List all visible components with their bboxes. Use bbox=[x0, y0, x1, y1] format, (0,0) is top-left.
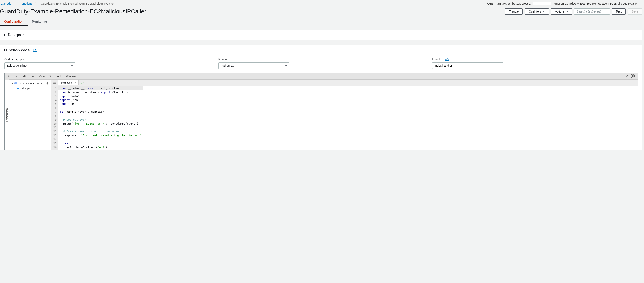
menu-edit[interactable]: Edit bbox=[22, 75, 26, 78]
close-tab-icon[interactable]: × bbox=[75, 81, 77, 84]
function-code-title: Function code bbox=[4, 48, 30, 53]
chevron-right-icon: 〉 bbox=[35, 2, 38, 5]
breadcrumb-lambda[interactable]: Lambda bbox=[1, 2, 12, 5]
code-entry-type-label: Code entry type bbox=[4, 58, 210, 61]
menu-view[interactable]: View bbox=[39, 75, 45, 78]
breadcrumb-functions[interactable]: Functions bbox=[20, 2, 32, 5]
code-entry-type-select[interactable]: Edit code inline bbox=[4, 63, 76, 69]
menu-go[interactable]: Go bbox=[49, 75, 52, 78]
chevron-right-icon: 〉 bbox=[14, 2, 17, 5]
gear-icon[interactable] bbox=[631, 74, 635, 78]
handler-input[interactable] bbox=[432, 63, 503, 69]
copy-icon[interactable] bbox=[639, 2, 642, 5]
code-editor[interactable]: 12345678910111213141516 from __future__ … bbox=[51, 86, 638, 150]
test-event-select[interactable]: Select a test event bbox=[574, 8, 610, 15]
caret-down-icon bbox=[12, 83, 13, 84]
arn-display: ARN - arn:aws:lambda:us-west-2: :functio… bbox=[487, 2, 642, 5]
environment-panel-tab[interactable]: Environment bbox=[4, 80, 10, 150]
save-button: Save bbox=[628, 8, 642, 15]
breadcrumb: Lambda 〉 Functions 〉 GuardDuty-Example-R… bbox=[0, 2, 114, 5]
expand-designer-icon[interactable] bbox=[4, 34, 6, 36]
tab-configuration[interactable]: Configuration bbox=[0, 18, 28, 26]
actions-button[interactable]: Actions bbox=[551, 8, 572, 15]
caret-down-icon bbox=[543, 11, 545, 12]
readonly-icon: ▭ bbox=[51, 81, 58, 84]
handler-info-link[interactable]: Info bbox=[444, 58, 449, 61]
arn-redacted bbox=[533, 2, 552, 5]
handler-label: Handler Info bbox=[432, 58, 638, 61]
breadcrumb-current: GuardDuty-Example-Remediation-EC2Malicio… bbox=[41, 2, 114, 5]
caret-down-icon bbox=[71, 65, 73, 66]
menu-window[interactable]: Window bbox=[66, 75, 76, 78]
throttle-button[interactable]: Throttle bbox=[505, 8, 523, 15]
add-tab-button[interactable]: ⊕ bbox=[78, 81, 86, 85]
tree-root-folder[interactable]: GuardDuty-Example ⚙ bbox=[11, 81, 49, 86]
caret-down-icon bbox=[566, 11, 568, 12]
qualifiers-button[interactable]: Qualifiers bbox=[525, 8, 549, 15]
collapse-editor-icon[interactable] bbox=[8, 76, 10, 77]
runtime-select[interactable]: Python 2.7 bbox=[218, 63, 290, 69]
menu-find[interactable]: Find bbox=[30, 75, 35, 78]
python-file-icon: ◆ bbox=[17, 87, 19, 90]
page-title: GuardDuty-Example-Remediation-EC2Malicio… bbox=[0, 8, 146, 15]
gear-icon[interactable]: ⚙ bbox=[46, 82, 49, 85]
tree-file-indexpy[interactable]: ◆ index.py bbox=[11, 86, 49, 90]
arn-suffix: :function:GuardDuty-Example-Remediation-… bbox=[553, 2, 638, 5]
caret-down-icon bbox=[285, 65, 287, 66]
arn-prefix: arn:aws:lambda:us-west-2: bbox=[496, 2, 532, 5]
designer-title: Designer bbox=[8, 33, 24, 37]
menu-file[interactable]: File bbox=[13, 75, 18, 78]
function-code-info-link[interactable]: Info bbox=[33, 49, 37, 52]
runtime-label: Runtime bbox=[218, 58, 424, 61]
folder-icon bbox=[14, 82, 17, 84]
test-button[interactable]: Test bbox=[612, 8, 626, 15]
tab-monitoring[interactable]: Monitoring bbox=[28, 18, 51, 26]
menu-tools[interactable]: Tools bbox=[56, 75, 62, 78]
editor-tab-indexpy[interactable]: index.py × bbox=[58, 80, 78, 85]
fullscreen-icon[interactable]: ⤢ bbox=[626, 74, 628, 78]
arn-label: ARN bbox=[487, 2, 493, 5]
